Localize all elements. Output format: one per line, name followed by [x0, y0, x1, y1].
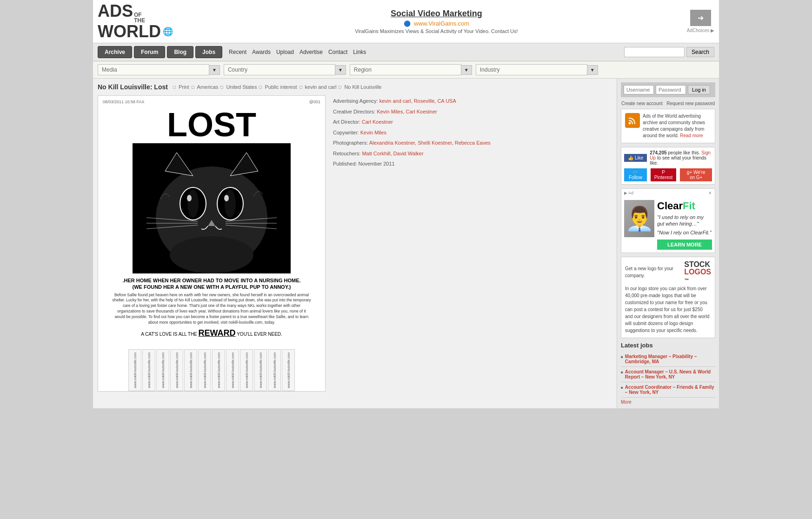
breadcrumb-public[interactable]: Public interest: [265, 84, 297, 90]
job-link-2[interactable]: Account Manager – U.S. News & World Repo…: [625, 369, 715, 379]
nav-jobs-button[interactable]: Jobs: [195, 46, 222, 58]
breadcrumb-print[interactable]: Print: [179, 84, 189, 90]
nav-blog-button[interactable]: Blog: [167, 46, 193, 58]
country-filter-arrow[interactable]: ▼: [335, 65, 346, 75]
tear-strip-10: www.nokill-louisville.com: [254, 349, 267, 391]
lost-title: LOST: [107, 108, 316, 141]
ad-link[interactable]: Carl Koestner: [362, 119, 393, 125]
globe-icon: 🌐: [163, 27, 173, 36]
top-banner: ADS OF THE WORLD 🌐 Social Video Marketin…: [93, 0, 719, 43]
media-filter-arrow[interactable]: ▼: [209, 65, 220, 75]
twitter-follow-button[interactable]: 🐦 Follow: [624, 168, 647, 181]
nav-link-contact[interactable]: Contact: [328, 49, 347, 55]
stock-logos-box: Get a new logo for your company. STOCK L…: [621, 257, 715, 338]
country-filter-wrap: Country ▼: [224, 64, 346, 75]
content-area: No Kill Louisville: Lost ◻ Print ◻ Ameri…: [93, 79, 617, 408]
clearfit-body: 👨‍💼 ClearFit "I used to rely on my gut w…: [621, 197, 715, 253]
nav-link-awards[interactable]: Awards: [252, 49, 271, 55]
clearfit-quote1: "I used to rely on my gut when hiring…": [657, 214, 712, 227]
ad-choices[interactable]: AdChoices ▶: [687, 28, 714, 33]
gplus-button[interactable]: g+ We're on G+: [680, 168, 712, 181]
breadcrumb-americas[interactable]: Americas: [197, 84, 219, 90]
breadcrumb-us[interactable]: United States: [226, 84, 257, 90]
latest-jobs-title: Latest jobs: [621, 342, 715, 349]
retouch-link[interactable]: Matt Corkhill, David Walker: [362, 151, 423, 156]
social-box: 👍 Like 274,205 people like this. Sign Up…: [621, 147, 715, 185]
read-more-link[interactable]: Read more: [680, 133, 703, 138]
job-item-1: ■ Marketing Manager – Pixability – Cambr…: [621, 352, 715, 367]
svg-point-18: [629, 122, 631, 125]
media-filter[interactable]: Media: [98, 64, 209, 75]
lost-content: LOST: [98, 108, 325, 346]
public-icon: ◻: [259, 85, 262, 89]
search-input[interactable]: [624, 47, 685, 57]
more-jobs-link[interactable]: More: [621, 399, 715, 405]
rss-icon: [625, 113, 640, 128]
breadcrumb-nokill[interactable]: No Kill Louisville: [344, 84, 381, 90]
nav-link-advertise[interactable]: Advertise: [300, 49, 323, 55]
stock-logos-title: STOCK LOGOS ™: [684, 261, 711, 283]
breadcrumb: No Kill Louisville: Lost ◻ Print ◻ Ameri…: [98, 83, 612, 91]
industry-filter-wrap: Industry ▼: [476, 64, 598, 75]
nav-link-recent[interactable]: Recent: [229, 49, 246, 55]
breadcrumb-kevin[interactable]: kevin and carl: [305, 84, 337, 90]
detail-agency: Advertising Agency: kevin and carl, Rose…: [333, 97, 612, 105]
industry-filter-arrow[interactable]: ▼: [587, 65, 598, 75]
agency-link[interactable]: kevin and carl, Roseville, CA USA: [379, 98, 456, 104]
region-filter-arrow[interactable]: ▼: [461, 65, 472, 75]
clearfit-photo: 👨‍💼: [624, 200, 654, 237]
detail-creative-directors: Creative Directors: Kevin Miles, Carl Ko…: [333, 108, 612, 116]
cw-link[interactable]: Kevin Miles: [360, 130, 386, 135]
industry-filter[interactable]: Industry: [476, 64, 587, 75]
search-button[interactable]: Search: [686, 47, 714, 57]
americas-icon: ◻: [191, 85, 194, 89]
tear-strip-3: www.nokill-louisville.com: [156, 349, 169, 391]
reward-suffix: YOU'LL EVER NEED.: [237, 332, 282, 337]
retouch-label: Retouchers:: [333, 151, 360, 156]
latest-jobs: Latest jobs ■ Marketing Manager – Pixabi…: [621, 342, 715, 405]
nav-link-links[interactable]: Links: [353, 49, 366, 55]
tear-strips: www.nokill-louisville.com www.nokill-lou…: [98, 349, 325, 391]
banner-ad-url[interactable]: www.ViralGains.com: [414, 20, 469, 27]
job-link-1[interactable]: Marketing Manager – Pixability – Cambrid…: [625, 354, 715, 364]
login-box: Log in: [621, 82, 715, 97]
create-account-link[interactable]: Create new account: [621, 101, 663, 106]
job-bullet-1: ■: [621, 355, 623, 359]
clearfit-learn-more-button[interactable]: LEARN MORE: [657, 240, 712, 250]
cd-link[interactable]: Kevin Miles, Carl Koestner: [377, 109, 437, 114]
twitter-icon: 🐦: [632, 170, 638, 175]
pinterest-button[interactable]: P Pinterest: [651, 168, 676, 181]
country-filter[interactable]: Country: [224, 64, 335, 75]
nav-forum-button[interactable]: Forum: [134, 46, 165, 58]
region-filter[interactable]: Region: [350, 64, 461, 75]
site-logo[interactable]: ADS OF THE WORLD 🌐: [98, 3, 186, 40]
job-item-2: ■ Account Manager – U.S. News & World Re…: [621, 367, 715, 382]
logo-ads: ADS: [98, 3, 133, 20]
kevin-icon: ◻: [299, 85, 302, 89]
lost-tagline: .HER HOME WHEN HER OWNER HAD TO MOVE INT…: [107, 277, 316, 291]
nav-archive-button[interactable]: Archive: [98, 46, 132, 58]
facebook-like-button[interactable]: 👍 Like: [624, 154, 647, 162]
fb-count: 274,205 people like this. Sign Up to see…: [650, 150, 712, 166]
pub-label: Published:: [333, 161, 357, 166]
tear-strip-5: www.nokill-louisville.com: [184, 349, 197, 391]
nav-links: Recent Awards Upload Advertise Contact L…: [229, 49, 366, 55]
clearfit-close-button[interactable]: ✕: [708, 191, 712, 195]
username-input[interactable]: [624, 85, 654, 94]
banner-arrow-button[interactable]: ➜: [690, 10, 711, 26]
tear-strip-1: www.nokill-louisville.com: [128, 349, 141, 391]
detail-art-director: Art Director: Carl Koestner: [333, 118, 612, 126]
job-link-3[interactable]: Account Coordinator – Friends & Family –…: [625, 385, 715, 395]
social-buttons-row: 🐦 Follow P Pinterest g+ We're on G+: [624, 168, 712, 181]
login-button[interactable]: Log in: [688, 85, 710, 94]
banner-ad-title[interactable]: Social Video Marketing: [186, 9, 687, 19]
page-title: No Kill Louisville: Lost: [98, 83, 168, 91]
tear-strip-11: www.nokill-louisville.com: [268, 349, 281, 391]
request-password-link[interactable]: Request new password: [666, 101, 715, 106]
nav-link-upload[interactable]: Upload: [276, 49, 294, 55]
password-input[interactable]: [656, 85, 686, 94]
detail-copywriter: Copywriter: Kevin Miles: [333, 129, 612, 137]
svg-point-4: [187, 190, 199, 218]
photo-link[interactable]: Alexandria Koestner, Shelli Koestner, Re…: [369, 140, 491, 146]
ad-image-area: 08/03/2011 10:58 FAX @001 LOST: [98, 95, 612, 392]
